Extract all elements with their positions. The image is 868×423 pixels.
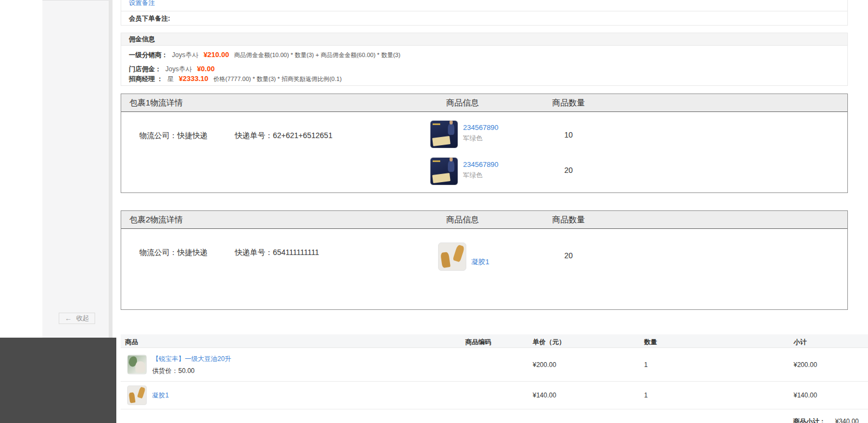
product-thumbnail[interactable] <box>127 385 147 405</box>
sidebar-scrollbar[interactable] <box>109 0 113 338</box>
package1-logistics: 物流公司：快捷快递 快递单号：62+621+6512651 <box>139 131 333 141</box>
commission-name: Joys추사 <box>165 65 192 73</box>
tracking-no-value: 654111111111 <box>273 248 319 257</box>
order-detail-page: ← 收起 设置备注 会员下单备注: 佣金信息 一级分销商： Joys추사 ¥21… <box>0 0 868 423</box>
set-remark-link[interactable]: 设置备注 <box>129 0 155 8</box>
header-quantity: 数量 <box>644 338 657 347</box>
collapse-sidebar-button[interactable]: ← 收起 <box>59 313 95 324</box>
left-sidebar-panel <box>42 0 109 338</box>
tracking-no-label: 快递单号： <box>235 131 273 140</box>
dark-bottom-left-region <box>0 338 116 423</box>
logistics-company-value: 快捷快递 <box>177 131 208 140</box>
cell-unit-price: ¥200.00 <box>533 361 556 369</box>
banner-stripe-shape <box>433 160 440 163</box>
product-link[interactable]: 234567890 <box>463 123 498 132</box>
commission-row-distributor: 一级分销商： Joys추사 ¥210.00 商品佣金金额(10.00) * 数量… <box>129 51 401 60</box>
package2-box: 包裹2物流详情 商品信息 商品数量 物流公司：快捷快递 快递单号：6541111… <box>121 210 848 310</box>
cell-subtotal: ¥140.00 <box>794 391 817 399</box>
commission-label: 招商经理 ： <box>129 75 163 83</box>
cell-unit-price: ¥140.00 <box>533 391 556 399</box>
goods-subtotal-value: ¥340.00 <box>835 418 859 423</box>
commission-name: Joys추사 <box>172 51 198 59</box>
cell-quantity: 1 <box>644 391 648 399</box>
package2-header: 包裹2物流详情 商品信息 商品数量 <box>121 211 847 229</box>
left-arrow-icon: ← <box>65 314 72 322</box>
product-spec: 军绿色 <box>463 171 498 180</box>
goods-subtotal-label: 商品小计： <box>793 418 826 423</box>
table-footer: 商品小计： ¥340.00 <box>121 409 868 423</box>
package1-item-2: 234567890 军绿色 <box>430 157 498 185</box>
logistics-company-value: 快捷快递 <box>177 248 208 257</box>
product-quantity: 20 <box>552 166 585 175</box>
commission-title: 佣金信息 <box>121 33 847 46</box>
commission-row-store: 门店佣金： Joys추사 ¥0.00 <box>129 65 218 74</box>
collapse-label: 收起 <box>76 314 89 323</box>
tracking-no-value: 62+621+6512651 <box>273 131 333 140</box>
set-remark-row: 设置备注 <box>121 0 847 11</box>
package1-title: 包裹1物流详情 <box>121 98 183 108</box>
header-product-code: 商品编码 <box>465 338 491 347</box>
commission-amount: ¥0.00 <box>197 65 215 73</box>
column-product-qty: 商品数量 <box>552 215 585 225</box>
person-shape <box>448 123 455 135</box>
gold-card-shape <box>432 136 451 146</box>
commission-label: 门店佣金： <box>129 65 161 73</box>
product-thumbnail[interactable] <box>430 157 458 185</box>
commission-name: 星 <box>167 75 174 83</box>
order-products-table: 商品 商品编码 单价（元） 数量 小计 【锐宝丰】一级大豆油20升 供货价：50… <box>121 334 868 423</box>
commission-box: 佣金信息 一级分销商： Joys추사 ¥210.00 商品佣金金额(10.00)… <box>121 33 848 86</box>
boot-shape <box>137 387 145 399</box>
column-product-info: 商品信息 <box>446 215 479 225</box>
gold-card-shape <box>432 173 451 183</box>
cell-subtotal: ¥200.00 <box>794 361 817 369</box>
supply-price: 供货价：50.00 <box>152 366 231 375</box>
column-product-qty: 商品数量 <box>552 98 585 108</box>
package1-box: 包裹1物流详情 商品信息 商品数量 物流公司：快捷快递 快递单号：62+621+… <box>121 94 848 193</box>
member-note-label: 会员下单备注: <box>121 11 847 26</box>
commission-formula: 价格(7777.00) * 数量(3) * 招商奖励返佣比例(0.1) <box>214 76 342 82</box>
commission-amount: ¥210.00 <box>203 51 229 59</box>
boot-shape <box>452 244 465 262</box>
boot-shape <box>440 252 451 268</box>
boot-shape <box>129 392 136 403</box>
product-thumbnail[interactable] <box>438 242 466 271</box>
package1-header: 包裹1物流详情 商品信息 商品数量 <box>121 94 847 112</box>
product-quantity: 10 <box>552 130 585 139</box>
product-link[interactable]: 234567890 <box>463 160 498 169</box>
logistics-company-label: 物流公司： <box>139 131 177 140</box>
person-shape <box>135 362 145 373</box>
product-link[interactable]: 凝胶1 <box>471 257 489 267</box>
table-row: 【锐宝丰】一级大豆油20升 供货价：50.00 ¥200.00 1 ¥200.0… <box>121 348 868 382</box>
table-row: 凝胶1 ¥140.00 1 ¥140.00 <box>121 382 868 409</box>
header-subtotal: 小计 <box>794 338 807 347</box>
product-link[interactable]: 【锐宝丰】一级大豆油20升 <box>152 354 231 362</box>
banner-stripe-shape <box>433 123 440 126</box>
remark-box: 设置备注 会员下单备注: <box>121 0 848 26</box>
package1-item-1: 234567890 军绿色 <box>430 120 498 148</box>
product-spec: 军绿色 <box>463 134 498 143</box>
commission-amount: ¥2333.10 <box>179 74 208 83</box>
commission-label: 一级分销商： <box>129 51 168 59</box>
product-link[interactable]: 凝胶1 <box>152 391 169 399</box>
package2-logistics: 物流公司：快捷快递 快递单号：654111111111 <box>139 248 319 258</box>
person-shape <box>448 160 455 172</box>
header-product: 商品 <box>125 338 138 347</box>
product-thumbnail[interactable] <box>127 355 147 375</box>
product-thumbnail[interactable] <box>430 120 458 148</box>
header-unit-price: 单价（元） <box>533 338 565 347</box>
products-table-header: 商品 商品编码 单价（元） 数量 小计 <box>121 334 868 348</box>
commission-row-manager: 招商经理 ： 星 ¥2333.10 价格(7777.00) * 数量(3) * … <box>129 74 342 84</box>
commission-formula: 商品佣金金额(10.00) * 数量(3) + 商品佣金金额(60.00) * … <box>234 52 401 58</box>
package2-title: 包裹2物流详情 <box>121 215 183 225</box>
tracking-no-label: 快递单号： <box>235 248 273 257</box>
product-quantity: 20 <box>552 251 585 260</box>
package2-item-1: 凝胶1 <box>438 242 489 271</box>
logistics-company-label: 物流公司： <box>139 248 177 257</box>
cell-quantity: 1 <box>644 361 648 369</box>
column-product-info: 商品信息 <box>446 98 479 108</box>
